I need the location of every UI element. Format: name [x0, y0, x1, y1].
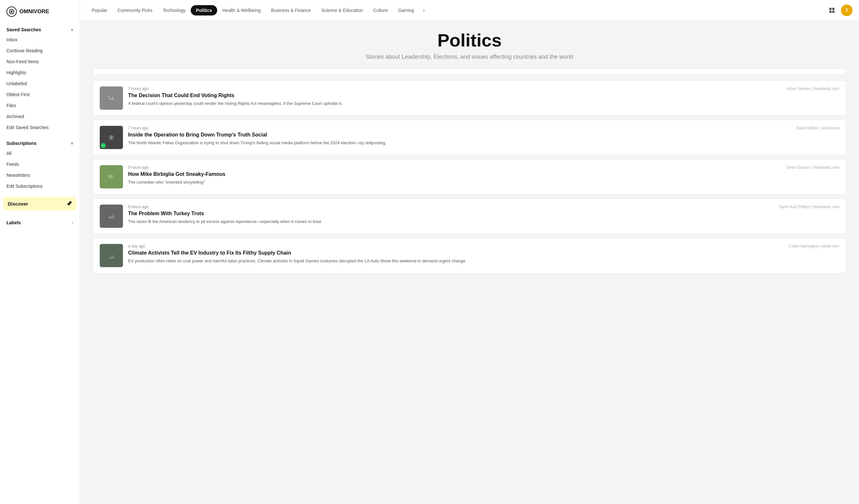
- article-check-icon: ✓: [101, 143, 106, 148]
- article-thumbnail: [100, 87, 123, 110]
- saved-searches-label: Saved Searches: [6, 27, 41, 32]
- grid-view-button[interactable]: [827, 5, 837, 15]
- article-time: 9 hours ago: [128, 165, 148, 170]
- article-meta: 9 hours ago Taylor Kay Phillips | theatl…: [128, 204, 839, 209]
- labels-chevron: ›: [72, 221, 73, 225]
- svg-rect-3: [832, 8, 834, 10]
- sidebar-item-edit-saved-searches[interactable]: Edit Saved Searches: [0, 122, 80, 133]
- page-title: Politics: [93, 30, 846, 50]
- article-title: The Problem With Turkey Trots: [128, 210, 839, 217]
- page-subtitle: Stories about Leadership, Elections, and…: [93, 54, 846, 60]
- discover-label: Discover: [8, 201, 28, 207]
- article-time: 7 hours ago: [128, 87, 148, 91]
- article-description: The races fit the American tendency to p…: [128, 218, 839, 225]
- article-source: Adam Serwer | theatlantic.com: [787, 87, 839, 91]
- article-source: David Gilbert | wired.com: [796, 126, 839, 131]
- labels-section[interactable]: Labels ›: [0, 216, 80, 227]
- article-meta: a day ago Caitlin Harrington | wired.com: [128, 244, 839, 248]
- tab-business-finance[interactable]: Business & Finance: [266, 5, 316, 15]
- tab-community-picks[interactable]: Community Picks: [112, 5, 157, 15]
- sidebar: OMNIVORE Saved Searches ∨ Inbox Continue…: [0, 0, 80, 504]
- article-body: 7 hours ago Adam Serwer | theatlantic.co…: [128, 87, 839, 107]
- app-name: OMNIVORE: [19, 9, 49, 15]
- article-description: EV production often relies on coal power…: [128, 258, 839, 264]
- article-title: Climate Activists Tell the EV Industry t…: [128, 250, 839, 257]
- article-card[interactable]: 7 hours ago Adam Serwer | theatlantic.co…: [93, 80, 846, 116]
- sidebar-item-newsletters[interactable]: Newsletters: [0, 170, 80, 181]
- saved-searches-section[interactable]: Saved Searches ∨: [0, 23, 80, 34]
- tab-technology[interactable]: Technology: [157, 5, 191, 15]
- sidebar-item-all[interactable]: All: [0, 148, 80, 159]
- article-title: The Decision That Could End Voting Right…: [128, 92, 839, 99]
- sidebar-item-oldest-first[interactable]: Oldest First: [0, 89, 80, 100]
- top-navigation: Popular Community Picks Technology Polit…: [80, 0, 859, 21]
- tab-science-education[interactable]: Science & Education: [316, 5, 368, 15]
- article-description: The North Atlantic Fellas Organization i…: [128, 140, 839, 146]
- app-logo[interactable]: OMNIVORE: [0, 6, 80, 23]
- article-body: 7 hours ago David Gilbert | wired.com In…: [128, 126, 839, 146]
- svg-rect-4: [829, 11, 832, 13]
- article-description: A federal court's opinion yesterday coul…: [128, 100, 839, 107]
- article-source: Taylor Kay Phillips | theatlantic.com: [779, 204, 839, 209]
- saved-searches-chevron: ∨: [71, 28, 73, 32]
- article-time: a day ago: [128, 244, 145, 248]
- article-time: 9 hours ago: [128, 204, 148, 209]
- subscriptions-label: Subscriptions: [6, 141, 36, 146]
- content-area: Politics Stories about Leadership, Elect…: [80, 21, 859, 504]
- sidebar-item-highlights[interactable]: Highlights: [0, 67, 80, 78]
- sidebar-item-unlabeled[interactable]: Unlabeled: [0, 78, 80, 89]
- article-body: a day ago Caitlin Harrington | wired.com…: [128, 244, 839, 264]
- nav-more-button[interactable]: ›: [419, 5, 428, 16]
- article-thumbnail: ✓: [100, 126, 123, 149]
- article-body: 9 hours ago Taylor Kay Phillips | theatl…: [128, 204, 839, 225]
- article-description: The comedian who "invented storytelling": [128, 179, 839, 185]
- article-time: 7 hours ago: [128, 126, 148, 131]
- svg-rect-10: [110, 136, 112, 139]
- sidebar-item-edit-subscriptions[interactable]: Edit Subscriptions: [0, 181, 80, 192]
- user-avatar[interactable]: T: [841, 4, 853, 16]
- subscriptions-chevron: ∨: [71, 141, 73, 146]
- logo-icon: [6, 6, 17, 17]
- search-bar[interactable]: [93, 68, 846, 75]
- article-card[interactable]: 9 hours ago Taylor Kay Phillips | theatl…: [93, 198, 846, 234]
- article-thumbnail: [100, 204, 123, 228]
- sidebar-item-archived[interactable]: Archived: [0, 111, 80, 122]
- tab-popular[interactable]: Popular: [87, 5, 112, 15]
- tab-health-wellbeing[interactable]: Health & Wellbeing: [217, 5, 266, 15]
- article-title: Inside the Operation to Bring Down Trump…: [128, 132, 839, 138]
- article-card[interactable]: a day ago Caitlin Harrington | wired.com…: [93, 238, 846, 273]
- nav-tabs: Popular Community Picks Technology Polit…: [87, 5, 827, 16]
- sidebar-item-non-feed-items[interactable]: Non-Feed Items: [0, 56, 80, 67]
- tab-gaming[interactable]: Gaming: [393, 5, 419, 15]
- sidebar-item-feeds[interactable]: Feeds: [0, 159, 80, 170]
- article-source: Caitlin Harrington | wired.com: [789, 244, 839, 248]
- article-card[interactable]: ✓ 7 hours ago David Gilbert | wired.com …: [93, 120, 846, 155]
- labels-label: Labels: [6, 220, 21, 225]
- article-title: How Mike Birbiglia Got Sneaky-Famous: [128, 171, 839, 178]
- nav-actions: T: [827, 4, 853, 16]
- main-panel: Popular Community Picks Technology Polit…: [80, 0, 859, 504]
- sidebar-item-files[interactable]: Files: [0, 100, 80, 111]
- tab-culture[interactable]: Culture: [368, 5, 393, 15]
- article-card[interactable]: 9 hours ago Devin Gordon | theatlantic.c…: [93, 159, 846, 195]
- svg-rect-2: [829, 8, 832, 10]
- svg-point-7: [108, 95, 110, 97]
- article-meta: 7 hours ago David Gilbert | wired.com: [128, 126, 839, 131]
- article-source: Devin Gordon | theatlantic.com: [786, 165, 839, 170]
- svg-rect-6: [106, 93, 116, 103]
- svg-point-12: [108, 174, 112, 179]
- article-meta: 7 hours ago Adam Serwer | theatlantic.co…: [128, 87, 839, 91]
- svg-rect-5: [832, 11, 834, 13]
- sidebar-item-inbox[interactable]: Inbox: [0, 34, 80, 45]
- sidebar-item-continue-reading[interactable]: Continue Reading: [0, 45, 80, 56]
- svg-rect-13: [106, 211, 116, 221]
- article-thumbnail: [100, 165, 123, 188]
- discover-section[interactable]: Discover 🗞: [3, 197, 76, 210]
- tab-politics[interactable]: Politics: [191, 5, 217, 15]
- article-meta: 9 hours ago Devin Gordon | theatlantic.c…: [128, 165, 839, 170]
- article-thumbnail: [100, 244, 123, 267]
- subscriptions-section[interactable]: Subscriptions ∨: [0, 137, 80, 148]
- discover-icon: 🗞: [67, 201, 72, 207]
- svg-point-1: [11, 11, 13, 13]
- svg-rect-14: [106, 251, 116, 260]
